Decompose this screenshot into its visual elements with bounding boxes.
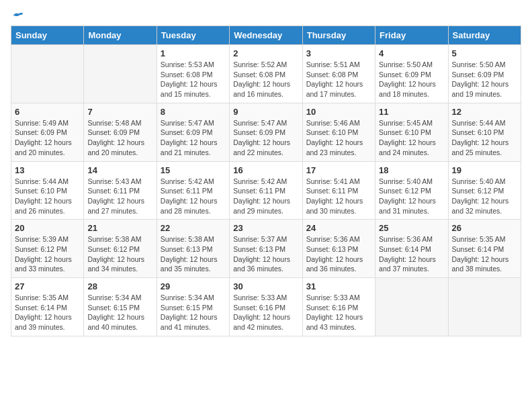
day-number: 16 — [233, 165, 298, 175]
calendar-cell — [375, 278, 448, 336]
day-info: Sunrise: 5:40 AMSunset: 6:12 PMDaylight:… — [379, 177, 444, 216]
day-info: Sunrise: 5:38 AMSunset: 6:13 PMDaylight:… — [161, 234, 226, 274]
calendar-cell: 22Sunrise: 5:38 AMSunset: 6:13 PMDayligh… — [157, 220, 229, 278]
calendar-cell: 17Sunrise: 5:41 AMSunset: 6:11 PMDayligh… — [302, 161, 375, 220]
day-info: Sunrise: 5:37 AMSunset: 6:13 PMDaylight:… — [233, 234, 298, 274]
day-info: Sunrise: 5:40 AMSunset: 6:12 PMDaylight:… — [452, 177, 517, 216]
calendar-cell: 9Sunrise: 5:47 AMSunset: 6:09 PMDaylight… — [230, 103, 302, 161]
calendar-cell: 19Sunrise: 5:40 AMSunset: 6:12 PMDayligh… — [448, 161, 521, 220]
day-number: 31 — [306, 281, 371, 291]
day-number: 17 — [306, 165, 371, 175]
calendar-cell: 6Sunrise: 5:49 AMSunset: 6:09 PMDaylight… — [11, 103, 84, 161]
col-header-thursday: Thursday — [302, 26, 375, 45]
calendar-table: SundayMondayTuesdayWednesdayThursdayFrid… — [11, 26, 521, 336]
day-info: Sunrise: 5:45 AMSunset: 6:10 PMDaylight:… — [379, 118, 444, 158]
calendar-cell: 26Sunrise: 5:35 AMSunset: 6:14 PMDayligh… — [448, 220, 521, 278]
calendar-week-row: 27Sunrise: 5:35 AMSunset: 6:14 PMDayligh… — [11, 278, 521, 336]
day-info: Sunrise: 5:41 AMSunset: 6:11 PMDaylight:… — [306, 177, 371, 216]
day-number: 11 — [379, 107, 444, 117]
day-number: 13 — [15, 165, 80, 175]
day-info: Sunrise: 5:49 AMSunset: 6:09 PMDaylight:… — [15, 118, 80, 158]
calendar-cell: 12Sunrise: 5:44 AMSunset: 6:10 PMDayligh… — [448, 103, 521, 161]
calendar-week-row: 13Sunrise: 5:44 AMSunset: 6:10 PMDayligh… — [11, 161, 521, 220]
day-info: Sunrise: 5:34 AMSunset: 6:15 PMDaylight:… — [161, 293, 226, 332]
calendar-cell: 30Sunrise: 5:33 AMSunset: 6:16 PMDayligh… — [230, 278, 302, 336]
calendar-header-row: SundayMondayTuesdayWednesdayThursdayFrid… — [11, 26, 521, 45]
day-number: 3 — [306, 48, 371, 58]
col-header-saturday: Saturday — [448, 26, 521, 45]
calendar-cell: 13Sunrise: 5:44 AMSunset: 6:10 PMDayligh… — [11, 161, 84, 220]
day-number: 6 — [15, 107, 80, 117]
calendar-cell: 11Sunrise: 5:45 AMSunset: 6:10 PMDayligh… — [375, 103, 448, 161]
day-info: Sunrise: 5:38 AMSunset: 6:12 PMDaylight:… — [87, 234, 152, 274]
day-number: 4 — [379, 48, 444, 58]
day-number: 24 — [306, 223, 371, 233]
calendar-cell: 3Sunrise: 5:51 AMSunset: 6:08 PMDaylight… — [302, 45, 375, 103]
day-info: Sunrise: 5:46 AMSunset: 6:10 PMDaylight:… — [306, 118, 371, 158]
logo — [11, 11, 24, 20]
calendar-cell: 16Sunrise: 5:42 AMSunset: 6:11 PMDayligh… — [230, 161, 302, 220]
day-number: 28 — [87, 281, 152, 291]
day-number: 26 — [452, 223, 517, 233]
day-info: Sunrise: 5:36 AMSunset: 6:14 PMDaylight:… — [379, 234, 444, 274]
day-info: Sunrise: 5:42 AMSunset: 6:11 PMDaylight:… — [161, 177, 226, 216]
day-info: Sunrise: 5:52 AMSunset: 6:08 PMDaylight:… — [233, 60, 298, 99]
day-number: 27 — [15, 281, 80, 291]
day-info: Sunrise: 5:34 AMSunset: 6:15 PMDaylight:… — [87, 293, 152, 332]
day-info: Sunrise: 5:39 AMSunset: 6:12 PMDaylight:… — [15, 234, 80, 274]
day-info: Sunrise: 5:44 AMSunset: 6:10 PMDaylight:… — [452, 118, 517, 158]
calendar-cell — [11, 45, 84, 103]
col-header-wednesday: Wednesday — [230, 26, 302, 45]
calendar-cell: 20Sunrise: 5:39 AMSunset: 6:12 PMDayligh… — [11, 220, 84, 278]
day-info: Sunrise: 5:42 AMSunset: 6:11 PMDaylight:… — [233, 177, 298, 216]
day-number: 30 — [233, 281, 298, 291]
logo-bird-icon — [12, 11, 24, 20]
day-number: 9 — [233, 107, 298, 117]
day-number: 23 — [233, 223, 298, 233]
calendar-week-row: 1Sunrise: 5:53 AMSunset: 6:08 PMDaylight… — [11, 45, 521, 103]
day-info: Sunrise: 5:50 AMSunset: 6:09 PMDaylight:… — [379, 60, 444, 99]
day-number: 22 — [161, 223, 226, 233]
calendar-cell: 1Sunrise: 5:53 AMSunset: 6:08 PMDaylight… — [157, 45, 229, 103]
day-info: Sunrise: 5:51 AMSunset: 6:08 PMDaylight:… — [306, 60, 371, 99]
calendar-cell: 28Sunrise: 5:34 AMSunset: 6:15 PMDayligh… — [84, 278, 157, 336]
day-info: Sunrise: 5:33 AMSunset: 6:16 PMDaylight:… — [306, 293, 371, 332]
col-header-friday: Friday — [375, 26, 448, 45]
day-number: 29 — [161, 281, 226, 291]
calendar-cell: 27Sunrise: 5:35 AMSunset: 6:14 PMDayligh… — [11, 278, 84, 336]
calendar-cell: 7Sunrise: 5:48 AMSunset: 6:09 PMDaylight… — [84, 103, 157, 161]
day-number: 12 — [452, 107, 517, 117]
day-info: Sunrise: 5:35 AMSunset: 6:14 PMDaylight:… — [452, 234, 517, 274]
day-info: Sunrise: 5:48 AMSunset: 6:09 PMDaylight:… — [87, 118, 152, 158]
calendar-cell: 8Sunrise: 5:47 AMSunset: 6:09 PMDaylight… — [157, 103, 229, 161]
day-info: Sunrise: 5:50 AMSunset: 6:09 PMDaylight:… — [452, 60, 517, 99]
day-number: 21 — [87, 223, 152, 233]
day-info: Sunrise: 5:33 AMSunset: 6:16 PMDaylight:… — [233, 293, 298, 332]
calendar-cell: 2Sunrise: 5:52 AMSunset: 6:08 PMDaylight… — [230, 45, 302, 103]
calendar-cell: 29Sunrise: 5:34 AMSunset: 6:15 PMDayligh… — [157, 278, 229, 336]
calendar-cell: 31Sunrise: 5:33 AMSunset: 6:16 PMDayligh… — [302, 278, 375, 336]
day-number: 25 — [379, 223, 444, 233]
calendar-cell: 24Sunrise: 5:36 AMSunset: 6:13 PMDayligh… — [302, 220, 375, 278]
day-info: Sunrise: 5:36 AMSunset: 6:13 PMDaylight:… — [306, 234, 371, 274]
calendar-cell: 4Sunrise: 5:50 AMSunset: 6:09 PMDaylight… — [375, 45, 448, 103]
page-header — [11, 11, 521, 20]
calendar-cell: 5Sunrise: 5:50 AMSunset: 6:09 PMDaylight… — [448, 45, 521, 103]
calendar-cell: 10Sunrise: 5:46 AMSunset: 6:10 PMDayligh… — [302, 103, 375, 161]
calendar-week-row: 6Sunrise: 5:49 AMSunset: 6:09 PMDaylight… — [11, 103, 521, 161]
day-number: 15 — [161, 165, 226, 175]
day-number: 18 — [379, 165, 444, 175]
day-number: 5 — [452, 48, 517, 58]
day-number: 7 — [87, 107, 152, 117]
day-number: 8 — [161, 107, 226, 117]
day-number: 2 — [233, 48, 298, 58]
calendar-cell: 15Sunrise: 5:42 AMSunset: 6:11 PMDayligh… — [157, 161, 229, 220]
calendar-cell: 14Sunrise: 5:43 AMSunset: 6:11 PMDayligh… — [84, 161, 157, 220]
day-number: 20 — [15, 223, 80, 233]
day-number: 14 — [87, 165, 152, 175]
day-number: 1 — [161, 48, 226, 58]
calendar-week-row: 20Sunrise: 5:39 AMSunset: 6:12 PMDayligh… — [11, 220, 521, 278]
calendar-cell: 23Sunrise: 5:37 AMSunset: 6:13 PMDayligh… — [230, 220, 302, 278]
calendar-cell: 18Sunrise: 5:40 AMSunset: 6:12 PMDayligh… — [375, 161, 448, 220]
calendar-cell: 25Sunrise: 5:36 AMSunset: 6:14 PMDayligh… — [375, 220, 448, 278]
